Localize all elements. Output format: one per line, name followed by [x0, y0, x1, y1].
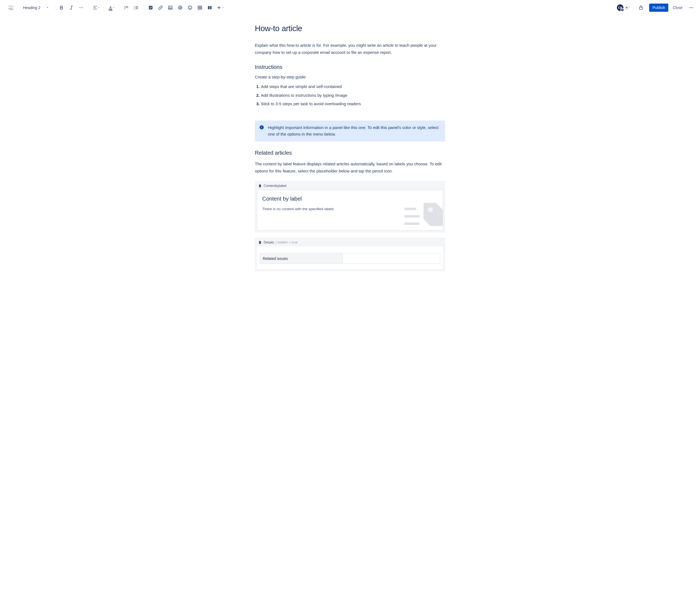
avatar-badge: C [621, 8, 624, 12]
intro-paragraph[interactable]: Explain what this how-to article is for.… [255, 42, 445, 56]
details-table[interactable]: Related issues [260, 253, 440, 264]
svg-point-20 [691, 8, 692, 8]
info-panel-text[interactable]: Highlight important information in a pan… [268, 124, 441, 138]
content-by-label-macro[interactable]: Contentbylabel Content by label There is… [255, 181, 445, 233]
svg-point-13 [188, 6, 192, 9]
list-item[interactable]: Add steps that are simple and self-conta… [261, 83, 445, 90]
link-button[interactable] [156, 3, 165, 12]
editor-toolbar: Heading 2 A 123 [0, 0, 700, 15]
details-macro[interactable]: Details | hidden = true Related issues [255, 238, 445, 271]
macro-header: Contentbylabel [257, 183, 443, 190]
close-button[interactable]: Close [670, 3, 686, 12]
chevron-down-icon [112, 6, 115, 9]
svg-point-2 [82, 8, 83, 8]
svg-rect-18 [210, 6, 212, 9]
layout-button[interactable] [205, 3, 214, 12]
bold-button[interactable] [57, 3, 66, 12]
table-cell[interactable] [343, 253, 440, 264]
separator [143, 4, 143, 11]
svg-rect-27 [404, 222, 420, 225]
svg-point-19 [690, 8, 690, 8]
list-item[interactable]: Stick to 3-5 steps per task to avoid ove… [261, 100, 445, 107]
svg-point-28 [428, 207, 433, 212]
publish-button[interactable]: Publish [649, 3, 668, 12]
svg-rect-17 [208, 6, 210, 9]
restrictions-button[interactable] [637, 3, 645, 12]
numbered-list-button[interactable]: 123 [132, 3, 140, 12]
more-formatting-button[interactable] [77, 3, 86, 12]
page-icon [258, 241, 262, 244]
svg-point-24 [261, 126, 262, 127]
bullet-list-button[interactable] [122, 3, 131, 12]
page-more-menu[interactable] [687, 3, 696, 12]
svg-point-3 [124, 6, 125, 7]
confluence-logo [4, 4, 17, 11]
info-panel[interactable]: Highlight important information in a pan… [255, 120, 445, 142]
separator [104, 4, 104, 11]
instruction-steps[interactable]: Add steps that are simple and self-conta… [255, 83, 445, 107]
svg-point-0 [79, 8, 80, 8]
macro-header: Details | hidden = true [257, 240, 443, 246]
page-title[interactable]: How-to article [255, 24, 445, 33]
svg-rect-9 [149, 6, 152, 9]
svg-text:3: 3 [134, 9, 135, 10]
chevron-down-icon [222, 6, 225, 9]
svg-rect-25 [404, 208, 416, 210]
svg-rect-26 [404, 215, 420, 218]
svg-point-12 [179, 7, 181, 9]
macro-params: | hidden = true [276, 241, 298, 244]
macro-body[interactable]: Related issues [257, 246, 443, 269]
align-button[interactable] [91, 3, 101, 12]
text-style-select[interactable]: Heading 2 [21, 4, 51, 11]
svg-point-21 [692, 8, 693, 8]
image-button[interactable] [166, 3, 175, 12]
chevron-down-icon [97, 6, 100, 9]
editor-content[interactable]: How-to article Explain what this how-to … [252, 15, 448, 287]
chevron-down-icon [46, 5, 49, 10]
separator [119, 4, 119, 11]
label-illustration [404, 200, 443, 230]
info-icon [259, 125, 264, 130]
instructions-intro[interactable]: Create a step-by-step guide: [255, 75, 445, 79]
svg-point-5 [124, 9, 125, 9]
macro-name: Contentbylabel [264, 184, 286, 188]
table-row[interactable]: Related issues [260, 253, 440, 264]
action-item-button[interactable] [146, 3, 155, 12]
insert-button[interactable] [215, 3, 226, 12]
related-heading[interactable]: Related articles [255, 150, 445, 156]
svg-point-1 [81, 8, 82, 8]
svg-rect-23 [261, 127, 262, 128]
page-icon [258, 184, 262, 188]
macro-name: Details [264, 241, 274, 244]
separator [54, 4, 54, 11]
list-item[interactable]: Add illustrations to instructions by typ… [261, 92, 445, 99]
svg-rect-16 [198, 6, 201, 9]
collaborators: CK C [616, 4, 630, 12]
related-paragraph[interactable]: The content by label feature displays re… [255, 161, 445, 174]
mention-button[interactable] [176, 3, 185, 12]
text-color-button[interactable]: A [107, 3, 116, 12]
svg-point-4 [124, 8, 125, 8]
separator [88, 4, 89, 11]
table-header-cell[interactable]: Related issues [260, 253, 343, 264]
italic-button[interactable] [67, 3, 76, 12]
emoji-button[interactable] [186, 3, 195, 12]
instructions-heading[interactable]: Instructions [255, 64, 445, 70]
text-style-label: Heading 2 [23, 5, 40, 10]
svg-point-11 [169, 7, 170, 8]
table-button[interactable] [196, 3, 204, 12]
svg-point-15 [190, 7, 191, 8]
svg-point-14 [189, 7, 189, 8]
avatar[interactable]: CK C [616, 4, 624, 12]
macro-body[interactable]: Content by label There is no content wit… [257, 190, 443, 230]
